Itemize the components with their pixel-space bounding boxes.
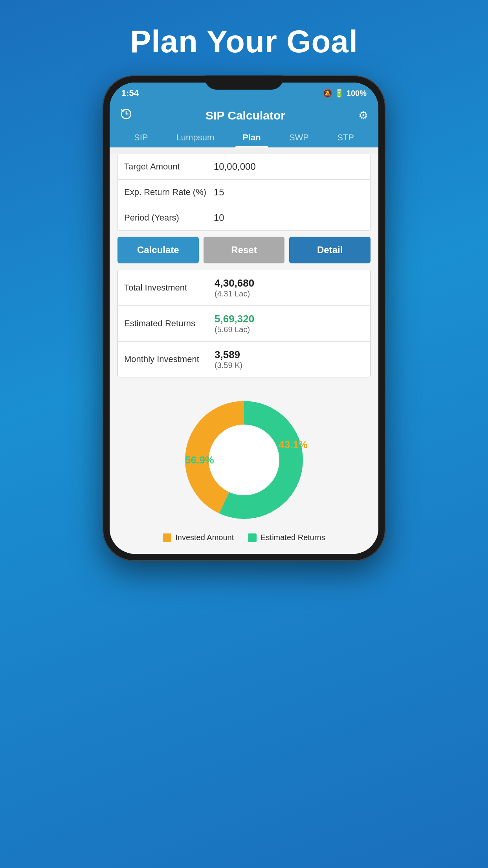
return-rate-label: Exp. Return Rate (%): [124, 187, 211, 198]
phone-screen: 1:54 🔕 🔋 100% SIP Calculator ⚙: [110, 83, 378, 554]
reset-button[interactable]: Reset: [204, 237, 285, 263]
returns-dot: [248, 533, 257, 542]
tab-lumpsum[interactable]: Lumpsum: [169, 129, 222, 147]
target-amount-label: Target Amount: [124, 161, 211, 173]
monthly-investment-value: 3,589: [215, 349, 364, 361]
estimated-returns-value-area: 5,69,320 (5.69 Lac): [215, 313, 364, 334]
legend-invested: Invested Amount: [163, 533, 234, 542]
total-investment-label: Total Investment: [124, 283, 215, 293]
svg-point-2: [209, 425, 279, 495]
result-row-monthly: Monthly Investment 3,589 (3.59 K): [118, 342, 370, 377]
target-amount-input[interactable]: [211, 160, 364, 174]
chart-legend: Invested Amount Estimated Returns: [163, 533, 325, 542]
page-title: Plan Your Goal: [0, 24, 488, 60]
estimated-returns-sub: (5.69 Lac): [215, 325, 364, 334]
results-table: Total Investment 4,30,680 (4.31 Lac) Est…: [117, 270, 371, 377]
estimated-returns-label: Estimated Returns: [124, 318, 215, 329]
invested-dot: [163, 533, 171, 542]
settings-icon[interactable]: ⚙: [358, 109, 368, 122]
calculate-button[interactable]: Calculate: [117, 237, 199, 263]
page-title-area: Plan Your Goal: [0, 0, 488, 75]
content-area: Target Amount Exp. Return Rate (%) Perio…: [110, 154, 378, 554]
donut-chart: 56.9% 43.1%: [177, 393, 311, 527]
returns-pct-label: 56.9%: [185, 454, 214, 466]
app-header-top: SIP Calculator ⚙: [120, 105, 368, 129]
period-input[interactable]: [211, 211, 364, 225]
chart-area: 56.9% 43.1% Invested Amount Estimated Re…: [117, 385, 371, 546]
status-time: 1:54: [121, 88, 139, 98]
history-icon[interactable]: [120, 108, 132, 123]
buttons-row: Calculate Reset Detail: [117, 237, 371, 263]
invested-legend-label: Invested Amount: [175, 533, 234, 542]
total-investment-sub: (4.31 Lac): [215, 289, 364, 298]
app-title: SIP Calculator: [205, 109, 285, 122]
phone-notch: [205, 75, 283, 90]
total-investment-value: 4,30,680: [215, 277, 364, 289]
invested-pct-label: 43.1%: [279, 439, 308, 451]
monthly-investment-sub: (3.59 K): [215, 361, 364, 370]
result-row-returns: Estimated Returns 5,69,320 (5.69 Lac): [118, 306, 370, 342]
tab-stp[interactable]: STP: [330, 129, 361, 147]
tab-sip[interactable]: SIP: [127, 129, 155, 147]
phone-frame: 1:54 🔕 🔋 100% SIP Calculator ⚙: [103, 75, 385, 561]
period-label: Period (Years): [124, 212, 211, 224]
return-rate-input[interactable]: [211, 185, 364, 199]
monthly-investment-value-area: 3,589 (3.59 K): [215, 349, 364, 370]
returns-legend-label: Estimated Returns: [261, 533, 325, 542]
tab-swp[interactable]: SWP: [282, 129, 316, 147]
detail-button[interactable]: Detail: [289, 237, 371, 263]
fields-container: Target Amount Exp. Return Rate (%) Perio…: [117, 154, 371, 231]
estimated-returns-value: 5,69,320: [215, 313, 364, 325]
field-row-return: Exp. Return Rate (%): [118, 180, 370, 205]
tab-plan[interactable]: Plan: [235, 129, 268, 147]
field-row-target: Target Amount: [118, 154, 370, 180]
monthly-investment-label: Monthly Investment: [124, 354, 215, 364]
total-investment-value-area: 4,30,680 (4.31 Lac): [215, 277, 364, 298]
tabs-bar: SIP Lumpsum Plan SWP STP: [120, 129, 368, 147]
app-header: SIP Calculator ⚙ SIP Lumpsum Plan SWP S: [110, 101, 378, 147]
field-row-period: Period (Years): [118, 205, 370, 231]
status-icons: 🔕 🔋 100%: [323, 88, 367, 98]
legend-returns: Estimated Returns: [248, 533, 325, 542]
result-row-total: Total Investment 4,30,680 (4.31 Lac): [118, 270, 370, 306]
